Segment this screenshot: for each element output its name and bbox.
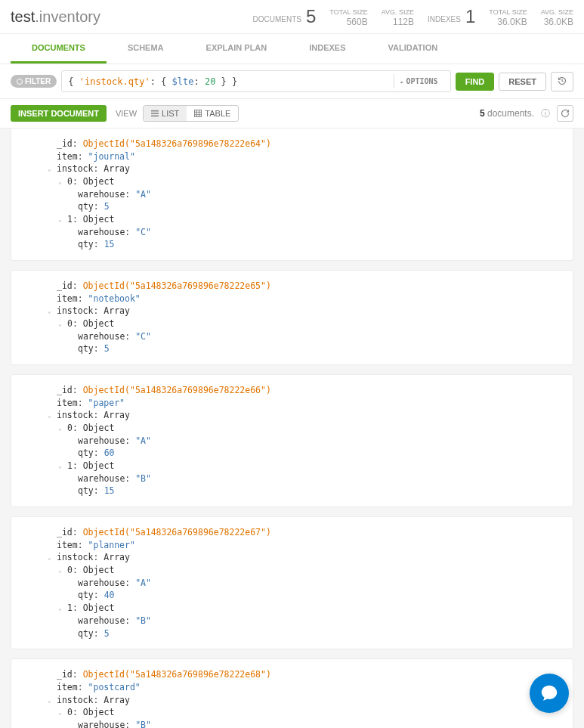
stat-idx-avg-size: AVG. SIZE 36.0KB bbox=[541, 8, 573, 27]
tab-explain-plan[interactable]: Explain Plan bbox=[185, 34, 289, 64]
document-card[interactable]: _id: ObjectId("5a148326a769896e78222e65"… bbox=[11, 270, 573, 365]
info-icon[interactable]: ⓘ bbox=[540, 108, 551, 119]
document-count: 5 documents. bbox=[480, 108, 534, 119]
stat-indexes-value: 1 bbox=[465, 6, 475, 27]
chat-fab[interactable] bbox=[530, 674, 569, 713]
caret-down-icon[interactable]: ⌄ bbox=[58, 215, 64, 225]
caret-down-icon[interactable]: ⌄ bbox=[58, 566, 64, 575]
stat-indexes: INDEXES 1 bbox=[428, 6, 475, 27]
find-button[interactable]: FIND bbox=[456, 73, 495, 91]
list-icon bbox=[151, 110, 159, 117]
stat-idx-total-size: TOTAL SIZE 36.0KB bbox=[489, 8, 527, 27]
document-card[interactable]: _id: ObjectId("5a148326a769896e78222e66"… bbox=[11, 374, 573, 507]
filter-query: { 'instock.qty': { $lte: 20 } } bbox=[68, 76, 393, 87]
caret-down-icon[interactable]: ⌄ bbox=[58, 424, 64, 433]
stat-indexes-label: INDEXES bbox=[428, 15, 461, 27]
caret-down-icon[interactable]: ⌄ bbox=[58, 708, 64, 717]
filter-input[interactable]: { 'instock.qty': { $lte: 20 } } OPTIONS bbox=[61, 70, 450, 92]
toolbar: INSERT DOCUMENT VIEW LIST TABLE 5 docume… bbox=[0, 99, 584, 129]
stat-doc-avg-size: AVG. SIZE 112B bbox=[382, 8, 414, 27]
caret-down-icon[interactable]: ⌄ bbox=[48, 411, 54, 420]
caret-down-icon[interactable]: ⌄ bbox=[58, 178, 64, 187]
view-table-button[interactable]: TABLE bbox=[187, 106, 238, 121]
header-stats: DOCUMENTS 5 TOTAL SIZE 560B AVG. SIZE 11… bbox=[253, 6, 573, 27]
caret-down-icon[interactable]: ⌄ bbox=[58, 320, 64, 329]
table-icon bbox=[194, 110, 202, 117]
document-card[interactable]: _id: ObjectId("5a148326a769896e78222e67"… bbox=[11, 516, 573, 649]
caret-down-icon[interactable]: ⌄ bbox=[58, 604, 64, 613]
db-name: test bbox=[11, 8, 35, 25]
stat-documents-label: DOCUMENTS bbox=[253, 15, 301, 27]
view-toggle: LIST TABLE bbox=[143, 105, 239, 122]
options-button[interactable]: OPTIONS bbox=[394, 74, 444, 88]
stat-doc-total-size: TOTAL SIZE 560B bbox=[329, 8, 367, 27]
view-list-button[interactable]: LIST bbox=[144, 106, 187, 121]
document-card[interactable]: _id: ObjectId("5a148326a769896e78222e64"… bbox=[11, 129, 573, 261]
svg-rect-2 bbox=[151, 116, 159, 117]
tabs: Documents Schema Explain Plan Indexes Va… bbox=[0, 34, 584, 64]
caret-down-icon[interactable]: ⌄ bbox=[48, 553, 54, 562]
collection-name: inventory bbox=[39, 8, 100, 25]
insert-document-button[interactable]: INSERT DOCUMENT bbox=[11, 105, 107, 122]
tab-indexes[interactable]: Indexes bbox=[288, 34, 366, 64]
filter-bar: FILTER { 'instock.qty': { $lte: 20 } } O… bbox=[0, 64, 584, 99]
tab-schema[interactable]: Schema bbox=[107, 34, 185, 64]
document-card[interactable]: _id: ObjectId("5a148326a769896e78222e68"… bbox=[11, 658, 573, 728]
filter-pill[interactable]: FILTER bbox=[11, 75, 57, 88]
header-bar: test.inventory DOCUMENTS 5 TOTAL SIZE 56… bbox=[0, 0, 584, 34]
tab-validation[interactable]: Validation bbox=[367, 34, 459, 64]
chat-icon bbox=[539, 683, 559, 703]
reset-button[interactable]: RESET bbox=[499, 73, 546, 91]
refresh-icon bbox=[561, 109, 570, 118]
caret-down-icon[interactable]: ⌄ bbox=[48, 696, 54, 705]
caret-down-icon[interactable]: ⌄ bbox=[58, 462, 64, 471]
history-icon bbox=[558, 76, 567, 85]
refresh-button[interactable] bbox=[557, 105, 573, 122]
namespace-title: test.inventory bbox=[11, 8, 100, 26]
svg-rect-0 bbox=[151, 110, 159, 112]
caret-down-icon[interactable]: ⌄ bbox=[48, 307, 54, 316]
stat-documents-value: 5 bbox=[306, 6, 316, 27]
documents-list: _id: ObjectId("5a148326a769896e78222e64"… bbox=[0, 129, 584, 728]
svg-rect-1 bbox=[151, 113, 159, 114]
caret-down-icon[interactable]: ⌄ bbox=[48, 165, 54, 174]
stat-documents: DOCUMENTS 5 bbox=[253, 6, 317, 27]
history-button[interactable] bbox=[551, 72, 573, 91]
svg-rect-3 bbox=[195, 110, 202, 117]
view-label: VIEW bbox=[116, 109, 137, 118]
tab-documents[interactable]: Documents bbox=[11, 34, 107, 64]
